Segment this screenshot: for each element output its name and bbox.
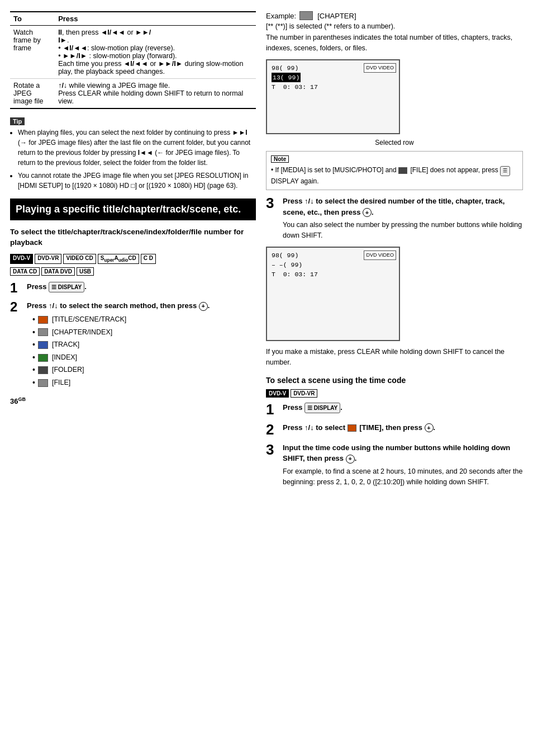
dvd-screen2-empty6 — [272, 328, 394, 337]
dvd-screen-empty4 — [272, 121, 394, 130]
chapter-index-icon — [38, 328, 48, 336]
folder-icon — [38, 366, 48, 374]
timecode-step-3-heading: Input the time code using the number but… — [283, 443, 510, 463]
search-method-list: [TITLE/SCENE/TRACK] [CHAPTER/INDEX] [TRA… — [32, 314, 256, 389]
step-2-content: Press ↑/↓ to select the search method, t… — [27, 300, 256, 391]
timecode-step-1-content: Press ☰ DISPLAY. — [283, 402, 523, 413]
table-row: Rotate a JPEGimage file ↑/↓ while viewin… — [10, 79, 256, 109]
step-3-heading: Press ↑/↓ to select the desired number o… — [283, 197, 505, 216]
note-box: Note • If [MEDIA] is set to [MUSIC/PHOTO… — [266, 151, 523, 190]
section-heading: Playing a specific title/chapter/track/s… — [10, 199, 256, 220]
dvd-screen-line3: T 0: 03: 17 — [272, 82, 394, 92]
dvd-screen-empty3 — [272, 111, 394, 121]
timecode-step-2-number: 2 — [266, 422, 278, 437]
dvd-screen-container-2: 98( 99)▶ – –( 99) T 0: 03: 17 DVD VIDEO — [266, 247, 523, 341]
tip-label: Tip — [10, 117, 25, 125]
table-cell-press: II, then press ◄I/◄◄ or ►►/I►. • ◄I/◄◄: … — [55, 26, 256, 79]
table-cell-to: Rotate a JPEGimage file — [10, 79, 55, 109]
step-2-number: 2 — [10, 300, 22, 314]
dvd-screen-container-1: 98( 99)▶ 13( 99) T 0: 03: 17 DVD VIDEO S… — [266, 59, 523, 147]
timecode-step-2-content: Press ↑/↓ to select [TIME], then press +… — [283, 422, 523, 433]
badge-dvd-v-2: DVD-V — [266, 389, 289, 398]
example-note2: The number in parentheses indicates the … — [266, 32, 523, 54]
dvd-video-label-2: DVD VIDEO — [364, 251, 396, 261]
enter-button-2: + — [363, 208, 372, 217]
display-note-button: ☰ — [500, 166, 510, 176]
dvd-screen2-line2: – –( 99) — [272, 260, 394, 270]
dvd-screen-empty2 — [272, 102, 394, 111]
timecode-step-1: 1 Press ☰ DISPLAY. — [266, 402, 523, 417]
step-2: 2 Press ↑/↓ to select the search method,… — [10, 300, 256, 391]
badge-video-cd: VIDEO CD — [63, 254, 96, 264]
file-icon — [38, 379, 48, 387]
step-3-number: 3 — [266, 196, 278, 210]
example-line: Example: [CHAPTER] — [266, 11, 523, 20]
example-note1: [** (**)] is selected (** refers to a nu… — [266, 22, 523, 30]
badge-row-1: DVD-V DVD-VR VIDEO CD SuperAudioCD C D — [10, 254, 256, 264]
timecode-step-1-number: 1 — [266, 402, 278, 417]
dvd-screen2-empty1 — [272, 280, 394, 289]
step-3-body: You can also select the number by pressi… — [283, 220, 523, 241]
right-column: Example: [CHAPTER] [** (**)] is selected… — [266, 11, 523, 745]
bullet-track: [TRACK] — [32, 339, 256, 351]
selected-row-label: Selected row — [266, 139, 523, 147]
tip-box: Tip When playing files, you can select t… — [10, 117, 256, 191]
badge-cd: C D — [141, 254, 156, 264]
dvd-screen2-empty3 — [272, 299, 394, 308]
badge-usb: USB — [77, 267, 94, 276]
dvd-screen2-empty5 — [272, 318, 394, 328]
bullet-index: [INDEX] — [32, 352, 256, 363]
bullet-title-scene-track: [TITLE/SCENE/TRACK] — [32, 314, 256, 325]
step-3-content: Press ↑/↓ to select the desired number o… — [283, 196, 523, 241]
dvd-screen-line2-selected: 13( 99) — [272, 73, 301, 82]
example-chapter-icon — [299, 11, 313, 20]
tip-item: You cannot rotate the JPEG image file wh… — [18, 171, 256, 191]
left-column: To Press Watch frame byframe II, then pr… — [10, 11, 256, 745]
time-code-section-heading: To select a scene using the time code — [266, 376, 523, 385]
step-3-right: 3 Press ↑/↓ to select the desired number… — [266, 196, 523, 241]
track-icon — [38, 341, 48, 349]
badge-row-2: DATA CD DATA DVD USB — [10, 267, 256, 276]
sub-heading: To select the title/chapter/track/scene/… — [10, 227, 256, 248]
bullet-chapter-index: [CHAPTER/INDEX] — [32, 327, 256, 338]
note-label: Note — [271, 155, 289, 163]
example-label: Example: — [266, 12, 296, 20]
press-table: To Press Watch frame byframe II, then pr… — [10, 11, 256, 109]
badge-dvd-vr: DVD-VR — [35, 254, 61, 264]
timecode-step-3-body: For example, to find a scene at 2 hours,… — [283, 466, 523, 488]
bullet-folder: [FOLDER] — [32, 365, 256, 376]
table-header-press: Press — [55, 12, 256, 26]
dvd-screen2-line3: T 0: 03: 17 — [272, 270, 394, 279]
tip-list: When playing files, you can select the n… — [10, 127, 256, 191]
dvd-screen-2: 98( 99)▶ – –( 99) T 0: 03: 17 DVD VIDEO — [266, 247, 400, 341]
enter-button-4: + — [346, 455, 355, 464]
dvd-screen2-empty4 — [272, 308, 394, 318]
timecode-step-2: 2 Press ↑/↓ to select [TIME], then press… — [266, 422, 523, 437]
dvd-screen-1: 98( 99)▶ 13( 99) T 0: 03: 17 DVD VIDEO — [266, 59, 400, 135]
dvd-video-label: DVD VIDEO — [364, 63, 396, 73]
badge-data-cd: DATA CD — [10, 267, 40, 276]
enter-button-3: + — [425, 423, 434, 432]
badge-dvd-vr-2: DVD-VR — [291, 389, 317, 398]
badge-dvd-v: DVD-V — [10, 254, 33, 264]
step-1-content: Press ☰ DISPLAY. — [27, 281, 256, 292]
timecode-step-3-content: Input the time code using the number but… — [283, 442, 523, 488]
tip-item: When playing files, you can select the n… — [18, 127, 256, 168]
mistake-note: If you make a mistake, press CLEAR while… — [266, 347, 523, 368]
dvd-screen2-empty2 — [272, 289, 394, 299]
step-1: 1 Press ☰ DISPLAY. — [10, 281, 256, 295]
page-number: 36GB — [10, 396, 256, 405]
enter-button: + — [199, 302, 208, 311]
display-button-icon-3: ☰ DISPLAY — [304, 403, 340, 413]
example-chapter-text: [CHAPTER] — [317, 12, 356, 20]
table-cell-press: ↑/↓ while viewing a JPEG image file. Pre… — [55, 79, 256, 109]
timecode-step-3: 3 Input the time code using the number b… — [266, 442, 523, 488]
table-header-to: To — [10, 12, 55, 26]
badge-data-dvd: DATA DVD — [41, 267, 75, 276]
index-icon — [38, 354, 48, 362]
table-cell-to: Watch frame byframe — [10, 26, 55, 79]
time-icon — [348, 424, 356, 432]
time-code-badges: DVD-V DVD-VR — [266, 389, 523, 398]
file-note-icon — [398, 167, 407, 174]
bullet-file: [FILE] — [32, 377, 256, 389]
